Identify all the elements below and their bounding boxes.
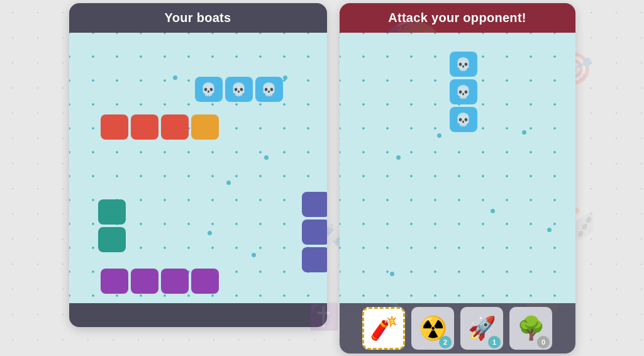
weapon-bomb[interactable]: 🧨 (362, 307, 405, 350)
blue-right-piece-1: 💀 (450, 52, 477, 77)
right-card-footer: 🧨 ☢️ 2 🚀 1 🌳 0 (340, 303, 575, 353)
dot-marker-r1 (522, 130, 526, 135)
purple-v-piece-1 (302, 192, 327, 217)
purple-h-piece-2 (131, 269, 158, 294)
left-card-header: Your boats (69, 3, 327, 33)
blue-piece-2: 💀 (225, 77, 253, 102)
purple-boat-vertical (302, 192, 327, 272)
blue-boat-horizontal: 💀 💀 💀 (195, 77, 283, 102)
attack-card: Attack your opponent! 💀 💀 💀 🧨 (340, 3, 575, 353)
dot-marker-r4 (547, 228, 552, 232)
dot-marker (252, 253, 256, 257)
purple-boat-horizontal (101, 269, 219, 294)
dot-marker (283, 75, 287, 80)
blue-piece-1: 💀 (195, 77, 223, 102)
red-piece-2 (131, 114, 158, 140)
weapon-nuke[interactable]: ☢️ 2 (411, 307, 454, 350)
dot-marker-r5 (390, 272, 394, 276)
dot-marker (173, 75, 177, 80)
left-card-footer (69, 303, 327, 327)
teal-boat-vertical (98, 199, 126, 252)
right-card-title: Attack your opponent! (388, 11, 526, 25)
dot-marker-r2 (396, 155, 401, 160)
red-boat-horizontal (101, 114, 219, 140)
dot-marker (208, 231, 212, 235)
blue-right-piece-3: 💀 (450, 107, 477, 132)
red-piece-hit (191, 114, 219, 140)
blue-boat-vertical-right: 💀 💀 💀 (450, 52, 477, 132)
purple-v-piece-3 (302, 247, 327, 272)
tree-badge: 0 (537, 336, 550, 348)
purple-h-piece-4 (191, 269, 219, 294)
blue-right-piece-2: 💀 (450, 79, 477, 104)
grid-background (69, 33, 327, 303)
teal-piece-2 (98, 227, 126, 252)
left-card-grid[interactable]: 💀 💀 💀 (69, 33, 327, 303)
purple-h-piece-1 (101, 269, 128, 294)
dot-marker-r3 (491, 209, 495, 213)
left-card-title: Your boats (165, 11, 231, 25)
missile-badge: 1 (488, 336, 501, 348)
panels-container: Your boats 💀 💀 💀 (69, 3, 575, 353)
bomb-icon: 🧨 (370, 315, 398, 342)
purple-v-piece-2 (302, 220, 327, 245)
weapon-tree[interactable]: 🌳 0 (509, 307, 552, 350)
teal-piece-1 (98, 199, 126, 225)
dot-marker-r6 (437, 133, 441, 138)
nuke-badge: 2 (439, 336, 452, 348)
red-piece-1 (101, 114, 128, 140)
red-piece-3 (161, 114, 189, 140)
dot-marker (264, 155, 269, 160)
weapon-missile[interactable]: 🚀 1 (460, 307, 503, 350)
dot-marker (226, 181, 231, 185)
purple-h-piece-3 (161, 269, 189, 294)
blue-piece-3: 💀 (255, 77, 283, 102)
your-boats-card: Your boats 💀 💀 💀 (69, 3, 327, 327)
right-card-grid[interactable]: 💀 💀 💀 (340, 33, 575, 303)
right-card-header: Attack your opponent! (340, 3, 575, 33)
